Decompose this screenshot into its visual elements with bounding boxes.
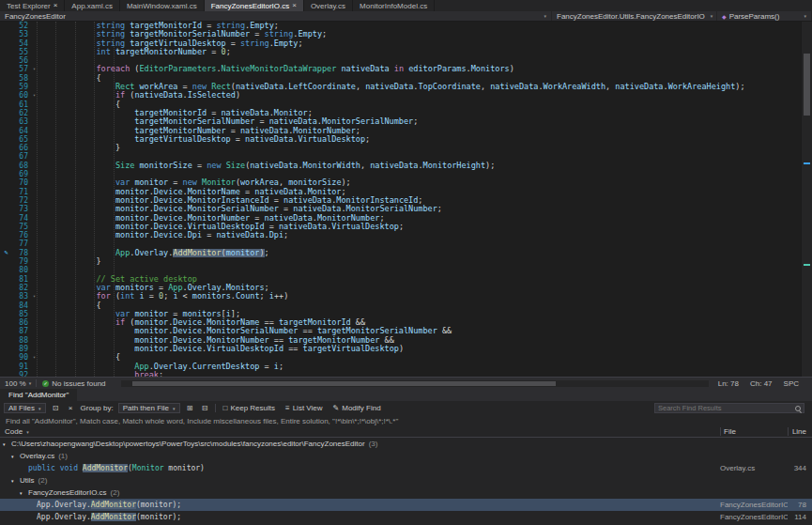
expand-arrow-icon[interactable]: ▾ xyxy=(11,454,20,459)
line-number[interactable]: 82 xyxy=(12,284,30,292)
line-number[interactable]: 72 xyxy=(12,196,30,205)
expand-arrow-icon[interactable]: ▾ xyxy=(11,478,20,484)
line-number[interactable]: 88 xyxy=(12,336,30,345)
file-column-header[interactable]: File xyxy=(720,427,788,436)
line-number[interactable]: 66 xyxy=(12,144,30,152)
line-number[interactable]: 60 xyxy=(12,91,30,100)
code-line[interactable]: 59 Rect workArea = new Rect(nativeData.L… xyxy=(0,83,801,91)
find-group-row[interactable]: ▾FancyZonesEditorIO.cs(2) xyxy=(0,486,812,499)
code-line[interactable]: 64 targetMonitorNumber = nativeData.Moni… xyxy=(0,127,801,135)
code-line[interactable]: 60▾ if (nativeData.IsSelected) xyxy=(0,91,801,100)
line-number[interactable]: 78 xyxy=(12,249,30,257)
line-number[interactable]: 71 xyxy=(12,188,30,196)
line-number[interactable]: 63 xyxy=(12,117,30,126)
line-number[interactable]: 64 xyxy=(12,127,30,135)
code-line[interactable]: 83▾ for (int i = 0; i < monitors.Count; … xyxy=(0,292,801,301)
line-number[interactable]: 55 xyxy=(12,48,30,56)
line-number[interactable]: 87 xyxy=(12,327,30,335)
line-number[interactable]: 62 xyxy=(12,109,30,117)
find-group-row[interactable]: ▾Utils(2) xyxy=(0,474,812,486)
code-line[interactable]: 89 monitor.Device.VirtualDesktopId == ta… xyxy=(0,345,801,353)
line-number[interactable]: 59 xyxy=(12,83,30,91)
find-result-row[interactable]: public void AddMonitor(Monitor monitor)O… xyxy=(0,462,812,474)
code-line[interactable]: 91 App.Overlay.CurrentDesktop = i; xyxy=(0,363,801,371)
line-number[interactable]: 52 xyxy=(12,22,30,30)
line-number[interactable]: 67 xyxy=(12,152,30,161)
code-line[interactable]: 75 monitor.Device.VirtualDesktopId = nat… xyxy=(0,223,801,231)
line-number[interactable]: 54 xyxy=(12,39,30,48)
modify-find-button[interactable]: ✎ Modify Find xyxy=(330,404,384,412)
code-line[interactable]: 74 monitor.Device.MonitorNumber = native… xyxy=(0,214,801,223)
find-result-row[interactable]: App.Overlay.AddMonitor(monitor);FancyZon… xyxy=(0,511,812,523)
tab-fancyzoneseditorio-cs[interactable]: FancyZonesEditorIO.cs× xyxy=(205,0,304,11)
list-view-button[interactable]: ≡ List View xyxy=(283,404,326,412)
line-number[interactable]: 81 xyxy=(12,275,30,284)
code-line[interactable]: 81 // Set active desktop xyxy=(0,275,801,284)
line-number[interactable]: 70 xyxy=(12,178,30,187)
search-results-box[interactable] xyxy=(654,403,804,413)
code-editor[interactable]: 52 string targetMonitorId = string.Empty… xyxy=(0,22,801,377)
line-column-header[interactable]: Line xyxy=(788,427,812,436)
code-line[interactable]: 86 if (monitor.Device.MonitorName == tar… xyxy=(0,318,801,327)
scrollbar-thumb[interactable] xyxy=(132,381,556,386)
code-line[interactable]: 69 xyxy=(0,170,801,178)
code-line[interactable]: 90▾ { xyxy=(0,353,801,362)
clear-results-icon[interactable]: × xyxy=(66,404,76,412)
code-line[interactable]: 71 monitor.Device.MonitorName = nativeDa… xyxy=(0,188,801,196)
line-number[interactable]: 89 xyxy=(12,345,30,353)
line-number[interactable]: 61 xyxy=(12,100,30,109)
code-line[interactable]: 79 } xyxy=(0,257,801,266)
type-dropdown[interactable]: FancyZonesEditor.Utils.FancyZonesEditorI… xyxy=(552,11,717,21)
code-line[interactable]: 76 monitor.Device.Dpi = nativeData.Dpi; xyxy=(0,231,801,239)
code-line[interactable]: 66 } xyxy=(0,144,801,152)
close-icon[interactable]: × xyxy=(292,2,297,9)
search-input[interactable] xyxy=(655,404,794,412)
project-dropdown[interactable]: FancyZonesEditor ▾ xyxy=(0,11,552,21)
line-number[interactable]: 57 xyxy=(12,65,30,73)
line-number[interactable]: 68 xyxy=(12,162,30,170)
zoom-selector[interactable]: 100 % ▾ xyxy=(0,379,36,388)
tab-mainwindow-xaml-cs[interactable]: MainWindow.xaml.cs xyxy=(120,0,205,11)
code-line[interactable]: 80 xyxy=(0,266,801,274)
line-number[interactable]: 76 xyxy=(12,231,30,239)
keep-results-button[interactable]: □ Keep Results xyxy=(221,404,278,412)
document-health-indicator[interactable]: ✓ No issues found xyxy=(37,379,111,388)
tab-test-explorer[interactable]: Test Explorer× xyxy=(0,0,65,11)
code-line[interactable]: 53 string targetMonitorSerialNumber = st… xyxy=(0,30,801,39)
horizontal-scrollbar[interactable] xyxy=(121,380,709,387)
line-number[interactable]: 83 xyxy=(12,292,30,301)
code-line[interactable]: 87 monitor.Device.MonitorSerialNumber ==… xyxy=(0,327,801,335)
code-line[interactable]: 88 monitor.Device.MonitorNumber == targe… xyxy=(0,336,801,345)
find-group-row[interactable]: ▾C:\Users\zhaopengwang\Desktop\powertoys… xyxy=(0,438,812,450)
code-line[interactable]: 77 xyxy=(0,239,801,248)
find-group-row[interactable]: ▾Overlay.cs(1) xyxy=(0,450,812,462)
code-line[interactable]: 55 int targetMonitorNumber = 0; xyxy=(0,48,801,56)
code-line[interactable]: 82 var monitors = App.Overlay.Monitors; xyxy=(0,284,801,292)
line-number[interactable]: 77 xyxy=(12,239,30,248)
line-number[interactable]: 53 xyxy=(12,30,30,39)
line-number[interactable]: 86 xyxy=(12,318,30,327)
group-by-dropdown[interactable]: Path then File ▾ xyxy=(118,403,180,413)
code-line[interactable]: 63 targetMonitorSerialNumber = nativeDat… xyxy=(0,117,801,126)
fold-chevron-icon[interactable]: ▾ xyxy=(30,91,38,100)
line-number[interactable]: 74 xyxy=(12,214,30,223)
member-dropdown[interactable]: ◆ ParseParams() ▾ xyxy=(717,11,812,21)
code-line[interactable]: 73 monitor.Device.MonitorSerialNumber = … xyxy=(0,205,801,213)
fold-chevron-icon[interactable]: ▾ xyxy=(30,65,38,73)
code-line[interactable]: 58 { xyxy=(0,74,801,83)
line-number[interactable]: 69 xyxy=(12,170,30,178)
line-number[interactable]: 75 xyxy=(12,223,30,231)
code-line[interactable]: 85 var monitor = monitors[i]; xyxy=(0,310,801,318)
expand-all-icon[interactable]: ⊞ xyxy=(185,404,195,412)
code-column-header[interactable]: Code ▾ xyxy=(0,427,720,436)
code-line[interactable]: 65 targetVirtualDesktop = nativeData.Vir… xyxy=(0,135,801,144)
expand-arrow-icon[interactable]: ▾ xyxy=(20,490,28,496)
code-line[interactable]: 84 { xyxy=(0,301,801,310)
expand-arrow-icon[interactable]: ▾ xyxy=(3,441,11,447)
line-number[interactable]: 73 xyxy=(12,205,30,213)
line-number[interactable]: 56 xyxy=(12,56,30,65)
line-number[interactable]: 91 xyxy=(12,363,30,371)
line-number[interactable]: 90 xyxy=(12,353,30,362)
code-line[interactable]: 67 xyxy=(0,152,801,161)
line-number[interactable]: 58 xyxy=(12,74,30,83)
